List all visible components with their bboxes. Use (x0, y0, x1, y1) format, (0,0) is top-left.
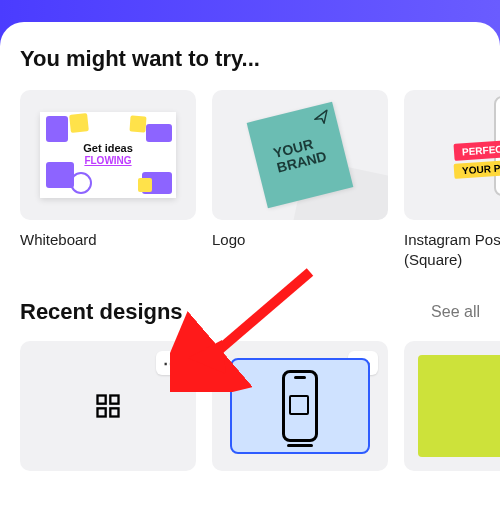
try-section-title: You might want to try... (20, 46, 500, 72)
main-panel: You might want to try... Get ideas FLOWI… (0, 22, 500, 530)
svg-rect-2 (98, 408, 106, 416)
phone-frame-icon (282, 370, 318, 442)
suggestion-label: Whiteboard (20, 230, 196, 250)
svg-rect-3 (110, 408, 118, 416)
svg-rect-0 (98, 396, 106, 404)
ig-badge1: PERFEC (453, 140, 500, 161)
wb-line2: FLOWING (84, 155, 131, 166)
whiteboard-thumb: Get ideas FLOWING (20, 90, 196, 220)
suggestion-label: Logo (212, 230, 388, 250)
ig-badge2: YOUR P (454, 160, 500, 179)
suggestion-card-instagram[interactable]: PERFEC YOUR P Instagram Post (Square) (404, 90, 500, 269)
svg-rect-1 (110, 396, 118, 404)
instagram-thumb: PERFEC YOUR P (404, 90, 500, 220)
recent-card-1[interactable]: ⋯ (20, 341, 196, 471)
recent-section-title: Recent designs (20, 299, 183, 325)
paper-plane-icon (312, 109, 331, 126)
suggestion-card-whiteboard[interactable]: Get ideas FLOWING Whiteboard (20, 90, 196, 269)
more-options-button[interactable]: ⋯ (156, 351, 186, 375)
green-preview: ✕ (418, 355, 500, 457)
suggestion-card-logo[interactable]: YOUR BRAND Logo (212, 90, 388, 269)
recent-card-2[interactable]: ⋯ (212, 341, 388, 471)
wb-line1: Get ideas (83, 142, 133, 154)
recent-card-3[interactable]: ✕ (404, 341, 500, 471)
copy-icon (292, 398, 308, 414)
logo-thumb: YOUR BRAND (212, 90, 388, 220)
grid-icon (94, 392, 122, 420)
suggestion-label: Instagram Post (Square) (404, 230, 500, 269)
recent-row: ⋯ ⋯ ✕ (20, 341, 500, 471)
see-all-link[interactable]: See all (431, 303, 480, 321)
suggestion-row: Get ideas FLOWING Whiteboard YOUR BRAND (20, 90, 500, 269)
phone-preview (230, 358, 370, 454)
